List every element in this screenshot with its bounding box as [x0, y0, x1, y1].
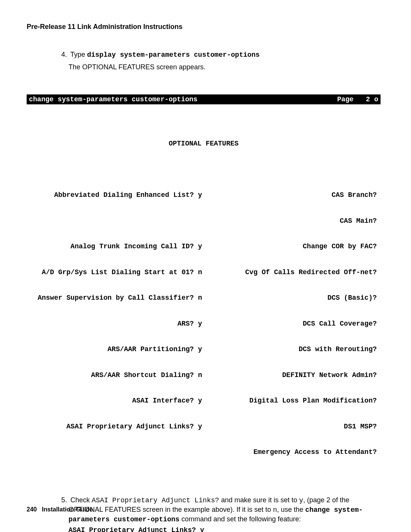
step-5-text-b: ASAI Proprietary Adjunct Links?	[92, 497, 219, 504]
t1-row-r: Emergency Access to Attendant?	[204, 448, 378, 457]
page-footer: 240 Installation Guide	[27, 506, 93, 513]
t1-row-l: ARS/AAR Partitioning? y	[29, 345, 204, 354]
step-4-pre: Type	[70, 51, 87, 58]
t1-row-r: DCS (Basic)?	[204, 294, 378, 302]
t1-row-r: Digital Loss Plan Modification?	[204, 396, 378, 405]
page-number: 240	[27, 506, 37, 513]
t1-row-r: DCS with Rerouting?	[204, 345, 378, 354]
t1-row-r: DCS Call Coverage?	[204, 320, 378, 328]
t1-row-l: A/D Grp/Sys List Dialing Start at 01? n	[29, 268, 204, 277]
page-header: Pre-Release 11 Link Administration Instr…	[27, 23, 384, 31]
t1-row-l: Analog Trunk Incoming Call ID? y	[29, 242, 204, 251]
terminal1-title-right: Page 2 o	[337, 95, 378, 104]
t1-row-r: CAS Branch?	[204, 191, 378, 200]
step-num-5: 5.	[58, 495, 67, 505]
t1-row-r: DEFINITY Network Admin?	[204, 371, 378, 380]
t1-row-r: Change COR by FAC?	[204, 242, 378, 251]
terminal1-title-left: change system-parameters customer-option…	[29, 95, 198, 104]
step-5-text-f: n	[273, 506, 277, 514]
terminal1-heading: OPTIONAL FEATURES	[29, 139, 378, 148]
t1-row-l	[29, 217, 204, 225]
terminal-screenshot-1: change system-parameters customer-option…	[27, 77, 381, 492]
step-num-4: 4.	[58, 50, 67, 59]
t1-row-l: ASAI Interface? y	[29, 396, 204, 405]
step-5-text-c: and make sure it is set to	[219, 496, 299, 504]
t1-row-r: CAS Main?	[204, 217, 378, 225]
t1-row-l: ARS? y	[29, 320, 204, 328]
footer-label: Installation Guide	[42, 506, 93, 513]
step-5-text-a: Check	[70, 496, 92, 504]
t1-row-l: Abbreviated Dialing Enhanced List? y	[29, 191, 204, 200]
terminal1-titlebar: change system-parameters customer-option…	[27, 94, 381, 105]
step-4-after: The OPTIONAL FEATURES screen appears.	[68, 62, 381, 72]
content-area: 4. Type display system-parameters custom…	[68, 50, 381, 532]
step-5-text-g: , use the	[277, 506, 305, 513]
step-5-text-i: command and set the following feature:	[180, 515, 301, 523]
t1-row-r: DS1 MSP?	[204, 422, 378, 431]
t1-row-r: Cvg Of Calls Redirected Off-net?	[204, 268, 378, 277]
t1-row-l: Answer Supervision by Call Classifier? n	[29, 294, 204, 302]
step-4-cmd: display system-parameters customer-optio…	[87, 51, 260, 59]
step-5: 5. Check ASAI Proprietary Adjunct Links?…	[68, 495, 381, 532]
step-5-feature: ASAI Proprietary Adjunct Links? y	[68, 526, 381, 532]
t1-row-l: ASAI Proprietary Adjunct Links? y	[29, 422, 204, 431]
step-4: 4. Type display system-parameters custom…	[68, 50, 381, 72]
t1-row-l: ARS/AAR Shortcut Dialing? n	[29, 371, 204, 380]
t1-row-l	[29, 448, 204, 457]
step-5-text-d: y	[299, 497, 303, 504]
